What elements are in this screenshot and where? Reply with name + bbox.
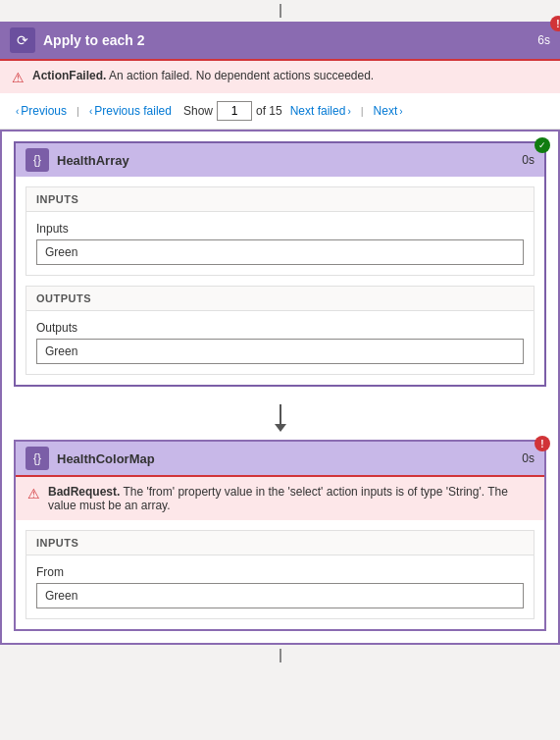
health-array-success-badge: ✓ [535, 137, 550, 153]
colormap-inputs-body: From Green [26, 555, 534, 618]
health-array-inputs-section: INPUTS Inputs Green [25, 186, 535, 276]
arrow-connector [2, 396, 558, 440]
page-input[interactable] [217, 101, 252, 121]
health-array-icon: {} [25, 148, 49, 172]
arrow-head [275, 424, 286, 432]
health-array-header: {} HealthArray 0s ✓ [16, 143, 544, 177]
action-failed-label: ActionFailed. [32, 69, 106, 82]
next-failed-button[interactable]: Next failed › [286, 102, 355, 120]
health-colormap-duration: 0s [522, 451, 535, 465]
bottom-connector [0, 645, 560, 666]
bad-request-banner: ⚠ BadRequest. The 'from' property value … [16, 475, 544, 520]
colormap-inputs-section: INPUTS From Green [25, 530, 535, 619]
prev-failed-chevron-icon: ‹ [89, 106, 92, 117]
health-array-card: {} HealthArray 0s ✓ INPUTS Inputs Green … [14, 141, 546, 387]
nav-separator-2: | [359, 105, 366, 117]
inputs-field-value: Green [36, 239, 524, 265]
apply-container: {} HealthArray 0s ✓ INPUTS Inputs Green … [0, 130, 560, 645]
health-array-outputs-section: OUTPUTS Outputs Green [25, 286, 535, 375]
arrow-line [280, 404, 281, 424]
health-array-duration: 0s [522, 153, 535, 167]
next-button[interactable]: Next › [370, 102, 407, 120]
health-array-title: HealthArray [57, 153, 514, 168]
top-connector [0, 0, 560, 22]
connector-line [280, 4, 281, 18]
outputs-field-label: Outputs [36, 321, 524, 335]
arrow-down [275, 404, 286, 432]
health-colormap-header: {} HealthColorMap 0s ! [16, 442, 544, 475]
colormap-from-label: From [36, 565, 524, 579]
apply-each-icon: ⟳ [10, 27, 35, 53]
next-failed-chevron-icon: › [347, 106, 350, 117]
apply-each-duration: 6s [537, 33, 550, 47]
apply-each-title: Apply to each 2 [43, 32, 530, 48]
warning-icon: ⚠ [12, 70, 25, 85]
show-label: Show [183, 104, 213, 118]
colormap-from-value: Green [36, 583, 524, 608]
of-label: of 15 [256, 104, 282, 118]
health-colormap-card: {} HealthColorMap 0s ! ⚠ BadRequest. The… [14, 440, 546, 631]
previous-button[interactable]: ‹ Previous [12, 102, 71, 120]
bad-request-label: BadRequest. [48, 485, 120, 499]
outputs-field-value: Green [36, 339, 524, 364]
health-colormap-title: HealthColorMap [57, 451, 514, 466]
colormap-error-badge: ! [535, 436, 550, 451]
previous-failed-button[interactable]: ‹ Previous failed [85, 102, 176, 120]
bottom-connector-line [280, 649, 281, 662]
action-failed-message: An action failed. No dependent actions s… [106, 69, 374, 82]
inputs-body: Inputs Green [26, 212, 534, 275]
inputs-header: INPUTS [26, 187, 534, 212]
apply-error-badge: ! [550, 16, 560, 31]
previous-label: Previous [21, 104, 67, 118]
inputs-field-label: Inputs [36, 222, 524, 236]
bad-request-warning-icon: ⚠ [27, 486, 40, 502]
next-failed-label: Next failed [290, 104, 346, 118]
nav-bar: ‹ Previous | ‹ Previous failed Show of 1… [0, 93, 560, 130]
health-colormap-icon: {} [25, 447, 49, 470]
outputs-body: Outputs Green [26, 311, 534, 374]
outputs-header: OUTPUTS [26, 287, 534, 311]
next-chevron-icon: › [399, 106, 402, 117]
next-label: Next [374, 104, 398, 118]
action-failed-banner: ⚠ ActionFailed. An action failed. No dep… [0, 59, 560, 93]
previous-failed-label: Previous failed [94, 104, 172, 118]
colormap-inputs-header: INPUTS [26, 531, 534, 555]
previous-chevron-icon: ‹ [16, 106, 19, 117]
apply-each-header: ⟳ Apply to each 2 6s ! [0, 22, 560, 59]
nav-separator-1: | [75, 105, 81, 117]
